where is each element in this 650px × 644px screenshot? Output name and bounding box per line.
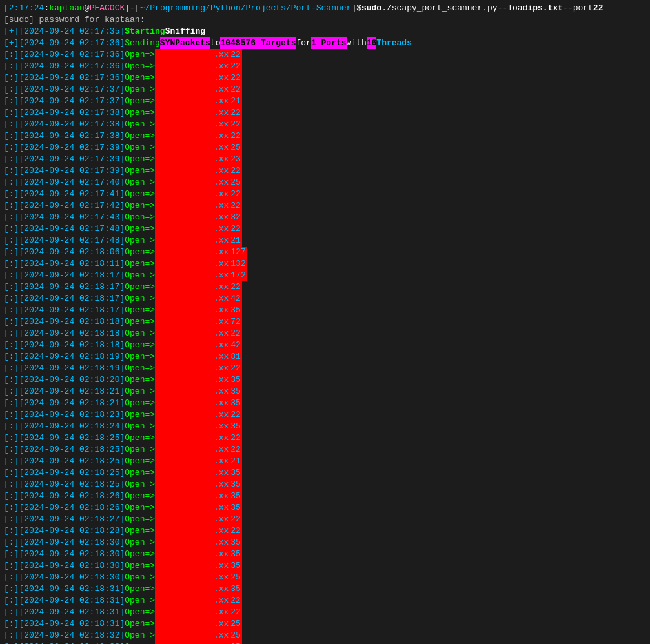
marker: [:]: [4, 212, 19, 223]
open-text: Open: [125, 235, 145, 247]
arrow: =>: [145, 154, 155, 165]
marker: [:]: [4, 142, 19, 154]
ts: [2024-09-24 02:18:26]: [19, 502, 125, 514]
open-line-0: [:] [2024-09-24 02:17:36] Open => 172.xx…: [4, 49, 646, 61]
port-num: 35: [229, 490, 242, 502]
ts: [2024-09-24 02:17:48]: [19, 223, 125, 235]
port-num: 22: [229, 432, 242, 444]
marker: [:]: [4, 572, 19, 583]
port-num: 25: [229, 572, 242, 583]
ts-starting: [2024-09-24 02:17:35]: [19, 26, 125, 37]
marker: [:]: [4, 432, 19, 444]
ip-redacted: 172.xxx.xxx: [155, 374, 213, 386]
open-line-25: [:] [2024-09-24 02:18:18] Open => 172.xx…: [4, 339, 646, 351]
arrow: =>: [145, 270, 155, 281]
arrow: =>: [145, 96, 155, 107]
starting-text: Starting: [125, 26, 165, 37]
open-text: Open: [125, 397, 145, 409]
open-line-39: [:] [2024-09-24 02:18:26] Open => 172.xx…: [4, 502, 646, 514]
ts: [2024-09-24 02:18:21]: [19, 386, 125, 397]
arrow: =>: [145, 537, 155, 548]
ip-last: .xx: [213, 61, 229, 72]
marker: [:]: [4, 154, 19, 165]
ip-redacted: 172.xxx.xxx: [155, 177, 213, 188]
sudo-prompt-text: [sudo] password for kaptaan:: [4, 14, 145, 26]
ip-last: .xx: [213, 514, 229, 525]
ip-redacted: 172.xxx.xxx: [155, 49, 213, 61]
port-num: 35: [229, 374, 242, 386]
port-num: 23: [229, 154, 242, 165]
marker: [:]: [4, 223, 19, 235]
marker: [:]: [4, 479, 19, 490]
ip-redacted: 172.xxx.xxx: [155, 630, 213, 641]
open-text: Open: [125, 49, 145, 61]
open-text: Open: [125, 130, 145, 142]
prompt-at: @: [85, 3, 90, 14]
open-line-12: [:] [2024-09-24 02:17:41] Open => 172.xx…: [4, 188, 646, 200]
marker: [:]: [4, 339, 19, 351]
port-num: 22: [229, 223, 242, 235]
ip-redacted: 172.xxx.xxx: [155, 560, 213, 572]
ip-last: .xx: [213, 490, 229, 502]
ts: [2024-09-24 02:18:30]: [19, 572, 125, 583]
ip-last: .xx: [213, 525, 229, 537]
ts: [2024-09-24 02:18:25]: [19, 444, 125, 456]
open-line-8: [:] [2024-09-24 02:17:39] Open => 172.xx…: [4, 142, 646, 154]
port-num: 35: [229, 548, 242, 560]
arrow: =>: [145, 467, 155, 479]
ts: [2024-09-24 02:18:06]: [19, 247, 125, 258]
cmd-flag1: --load: [498, 3, 528, 14]
port-num: 35: [229, 421, 242, 432]
open-line-26: [:] [2024-09-24 02:18:19] Open => 172.xx…: [4, 351, 646, 363]
open-text: Open: [125, 641, 145, 644]
ip-last: .xx: [213, 96, 229, 107]
arrow: =>: [145, 618, 155, 630]
marker: [:]: [4, 456, 19, 467]
open-text: Open: [125, 618, 145, 630]
arrow: =>: [145, 84, 155, 96]
marker: [:]: [4, 548, 19, 560]
open-line-6: [:] [2024-09-24 02:17:38] Open => 172.xx…: [4, 119, 646, 130]
ip-last: .xx: [213, 165, 229, 177]
arrow: =>: [145, 397, 155, 409]
marker: [:]: [4, 560, 19, 572]
ts: [2024-09-24 02:18:18]: [19, 316, 125, 328]
arrow: =>: [145, 421, 155, 432]
ip-redacted: 172.xxx.xxx: [155, 641, 213, 644]
prompt-time: 2:17:24: [9, 3, 45, 14]
ts: [2024-09-24 02:17:39]: [19, 142, 125, 154]
port-num: 35: [229, 305, 242, 316]
port-num: 22: [229, 72, 242, 84]
marker: [:]: [4, 328, 19, 339]
ts: [2024-09-24 02:17:38]: [19, 130, 125, 142]
ip-last: .xx: [213, 641, 229, 644]
port-num: 22: [229, 444, 242, 456]
marker: [:]: [4, 363, 19, 374]
open-text: Open: [125, 270, 145, 281]
open-text: Open: [125, 212, 145, 223]
ip-redacted: 172.xxx.xxx: [155, 409, 213, 421]
starting-line: [+] [2024-09-24 02:17:35] Starting Sniff…: [4, 26, 646, 37]
prompt-user: kaptaan: [49, 3, 85, 14]
open-text: Open: [125, 374, 145, 386]
ip-redacted: 172.xxx.xxx: [155, 490, 213, 502]
port-num: 35: [229, 502, 242, 514]
marker: [:]: [4, 61, 19, 72]
ip-last: .xx: [213, 84, 229, 96]
port-num: 22: [229, 61, 242, 72]
ip-redacted: 172.xxx.xxx: [155, 235, 213, 247]
sp4: for: [296, 37, 311, 49]
open-line-20: [:] [2024-09-24 02:18:17] Open => 172.xx…: [4, 281, 646, 293]
ip-redacted: 172.xxx.xxx: [155, 595, 213, 607]
port-num: 22: [229, 281, 242, 293]
open-line-27: [:] [2024-09-24 02:18:19] Open => 172.xx…: [4, 363, 646, 374]
arrow: =>: [145, 641, 155, 644]
arrow: =>: [145, 316, 155, 328]
ip-last: .xx: [213, 456, 229, 467]
arrow: =>: [145, 351, 155, 363]
open-line-45: [:] [2024-09-24 02:18:30] Open => 172.xx…: [4, 572, 646, 583]
port-num: 22: [229, 328, 242, 339]
port-num: 72: [229, 316, 242, 328]
ip-last: .xx: [213, 397, 229, 409]
arrow: =>: [145, 432, 155, 444]
